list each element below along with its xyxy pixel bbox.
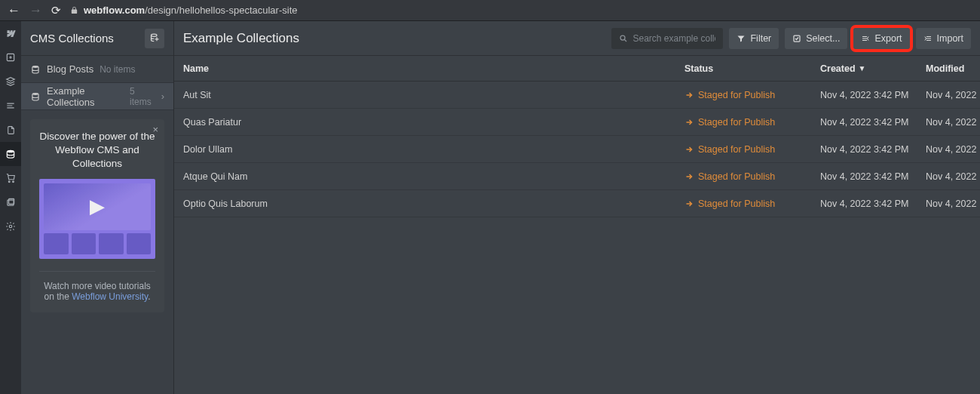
select-icon [792, 34, 801, 43]
table-row[interactable]: Atque Qui NamStaged for PublishNov 4, 20… [174, 163, 980, 190]
svg-point-8 [32, 66, 38, 68]
collection-name: Example Collections [47, 85, 124, 108]
arrow-right-icon [684, 91, 694, 100]
promo-card: × Discover the power of the Webflow CMS … [30, 119, 164, 312]
collection-meta: No items [100, 64, 135, 75]
export-button[interactable]: Export [853, 28, 909, 49]
play-icon: ▶ [90, 195, 105, 218]
promo-video-thumbnail[interactable]: ▶ [39, 179, 155, 259]
left-panel: CMS Collections Blog Posts No itemsExamp… [21, 21, 174, 394]
promo-title: Discover the power of the Webflow CMS an… [39, 130, 155, 171]
arrow-right-icon [684, 172, 694, 181]
search-icon [619, 34, 628, 43]
cell-status: Staged for Publish [684, 199, 820, 209]
import-button[interactable]: Import [916, 28, 971, 49]
svg-point-6 [9, 225, 12, 228]
cell-created: Nov 4, 2022 3:42 PM [820, 144, 926, 155]
page-tool-icon[interactable] [0, 118, 21, 142]
cell-status: Staged for Publish [684, 144, 820, 155]
cell-created: Nov 4, 2022 3:42 PM [820, 171, 926, 182]
cell-status: Staged for Publish [684, 117, 820, 128]
collection-item[interactable]: Blog Posts No items [21, 56, 173, 83]
webflow-logo-icon[interactable] [0, 21, 21, 45]
collection-meta: 5 items [130, 86, 155, 107]
collection-item[interactable]: Example Collections 5 items› [21, 83, 173, 110]
cell-modified: Nov 4, 2022 [926, 171, 971, 182]
search-input[interactable] [632, 33, 715, 44]
cell-modified: Nov 4, 2022 [926, 117, 971, 128]
forward-button[interactable]: → [29, 4, 42, 17]
cell-created: Nov 4, 2022 3:42 PM [820, 90, 926, 100]
cell-name: Optio Quis Laborum [183, 199, 684, 209]
panel-title: CMS Collections [30, 32, 114, 45]
url-path: /design/hellohellos-spectacular-site [145, 5, 297, 16]
promo-link[interactable]: Webflow University [72, 291, 148, 302]
cell-name: Aut Sit [183, 90, 684, 100]
reload-button[interactable]: ⟳ [51, 5, 61, 16]
cell-status: Staged for Publish [684, 171, 820, 182]
browser-bar: ← → ⟳ webflow.com/design/hellohellos-spe… [0, 0, 980, 21]
database-icon [30, 64, 41, 75]
settings-tool-icon[interactable] [0, 214, 21, 239]
add-collection-button[interactable] [145, 29, 164, 48]
cell-name: Quas Pariatur [183, 117, 684, 128]
filter-button[interactable]: Filter [729, 28, 779, 49]
arrow-right-icon [684, 118, 694, 127]
cell-modified: Nov 4, 2022 [926, 144, 971, 155]
address-bar[interactable]: webflow.com/design/hellohellos-spectacul… [70, 5, 297, 16]
tool-rail [0, 21, 21, 394]
table-row[interactable]: Quas PariaturStaged for PublishNov 4, 20… [174, 109, 980, 136]
table-row[interactable]: Dolor UllamStaged for PublishNov 4, 2022… [174, 136, 980, 163]
filter-icon [737, 34, 746, 43]
col-modified[interactable]: Modified [926, 63, 971, 74]
export-icon [861, 34, 870, 43]
col-name[interactable]: Name [183, 63, 684, 74]
svg-point-3 [13, 181, 14, 183]
add-tool-icon[interactable] [0, 45, 21, 69]
collection-name: Blog Posts [47, 63, 93, 75]
table-row[interactable]: Aut SitStaged for PublishNov 4, 2022 3:4… [174, 82, 980, 109]
ecommerce-tool-icon[interactable] [0, 166, 21, 190]
main-panel: Example Collections Filter Select... Exp… [174, 21, 980, 394]
arrow-right-icon [684, 145, 694, 154]
svg-point-1 [7, 150, 14, 153]
select-button[interactable]: Select... [785, 28, 847, 49]
navigator-tool-icon[interactable] [0, 94, 21, 118]
svg-point-2 [8, 181, 10, 183]
cell-modified: Nov 4, 2022 [926, 199, 971, 209]
cell-name: Atque Qui Nam [183, 171, 684, 182]
cell-created: Nov 4, 2022 3:42 PM [820, 117, 926, 128]
back-button[interactable]: ← [8, 4, 20, 17]
col-status[interactable]: Status [684, 63, 820, 74]
arrow-right-icon [684, 199, 694, 208]
cell-modified: Nov 4, 2022 [926, 90, 971, 100]
lock-icon [70, 6, 78, 14]
chevron-right-icon: › [161, 91, 164, 102]
svg-point-7 [151, 34, 157, 36]
cell-created: Nov 4, 2022 3:42 PM [820, 199, 926, 209]
promo-close-button[interactable]: × [152, 124, 158, 135]
import-icon [923, 34, 933, 43]
svg-point-10 [620, 35, 625, 40]
table-row[interactable]: Optio Quis LaborumStaged for PublishNov … [174, 190, 980, 217]
database-icon [30, 91, 41, 102]
cms-tool-icon[interactable] [0, 142, 21, 166]
sort-desc-icon: ▼ [859, 64, 866, 72]
assets-tool-icon[interactable] [0, 190, 21, 214]
url-host: webflow.com [84, 5, 145, 16]
table-header: Name Status Created▼ Modified [174, 56, 980, 82]
page-title: Example Collections [183, 31, 299, 46]
promo-footer: Watch more video tutorials on the Webflo… [39, 271, 155, 302]
col-created[interactable]: Created▼ [820, 63, 926, 74]
svg-point-9 [32, 93, 38, 95]
cell-status: Staged for Publish [684, 90, 820, 100]
cell-name: Dolor Ullam [183, 144, 684, 155]
pages-tool-icon[interactable] [0, 69, 21, 94]
search-box[interactable] [611, 28, 723, 49]
